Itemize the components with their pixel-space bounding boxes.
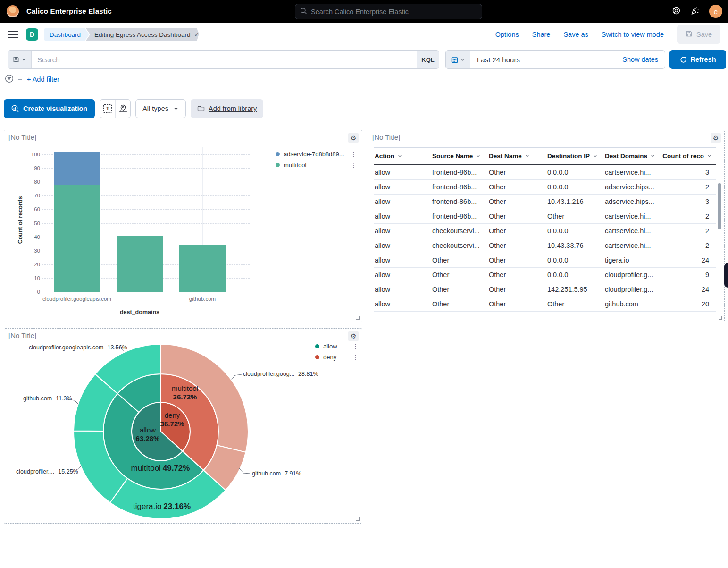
panel-resize-handle[interactable] (356, 316, 360, 320)
column-header-destination-ip[interactable]: Destination IP (546, 148, 604, 165)
add-filter-button[interactable]: + Add filter (27, 76, 59, 83)
y-axis-tick: 80 (25, 179, 40, 185)
save-button[interactable]: Save (677, 25, 720, 44)
table-cell: Other (488, 253, 546, 268)
all-types-select[interactable]: All types (135, 99, 186, 118)
save-as-link[interactable]: Save as (563, 31, 588, 38)
table-cell: adservice.hips... (604, 180, 661, 195)
kql-language-button[interactable]: KQL (417, 51, 439, 68)
options-link[interactable]: Options (495, 31, 519, 38)
time-range-value[interactable]: Last 24 hours (470, 56, 622, 64)
bar-segment-multitool[interactable] (54, 185, 100, 292)
dashboard-grid: [No Title] ⚙ Count of records dest_domai… (0, 130, 728, 536)
search-query-input[interactable] (32, 56, 417, 64)
help-icon[interactable] (672, 6, 681, 17)
pie-legend-item[interactable]: deny⋮ (315, 354, 359, 361)
whats-new-icon[interactable] (690, 6, 700, 17)
bar-segment-multitool[interactable] (117, 236, 163, 292)
bar-legend-item[interactable]: adservice-7d8b8d89...⋮ (276, 151, 357, 158)
table-cell: Other (488, 180, 546, 195)
user-avatar[interactable]: e (709, 5, 722, 18)
table-cell: frontend-86b... (431, 165, 488, 180)
table-cell: 2 (661, 238, 716, 253)
navbar: D Dashboard Editing Egress Access Dashbo… (0, 23, 728, 46)
column-header-source-name[interactable]: Source Name (431, 148, 488, 165)
kql-search-field[interactable]: KQL (8, 50, 439, 69)
legend-item-menu-icon[interactable]: ⋮ (348, 161, 357, 169)
calendar-menu-button[interactable] (446, 51, 470, 68)
legend-label: deny (323, 354, 350, 361)
menu-icon[interactable] (8, 29, 18, 40)
table-cell: checkoutservi... (431, 238, 488, 253)
filter-icon[interactable] (5, 74, 14, 85)
table-row[interactable]: allowOtherOtherOthergithub.com20 (374, 297, 716, 312)
panel-settings-gear-icon[interactable]: ⚙ (711, 133, 721, 143)
table-row[interactable]: allowfrontend-86b...Other0.0.0.0adservic… (374, 180, 716, 195)
breadcrumb-dashboard[interactable]: Dashboard (44, 28, 89, 41)
y-axis-tick: 50 (25, 220, 40, 226)
legend-color-dot (276, 152, 280, 156)
share-link[interactable]: Share (532, 31, 551, 38)
calico-logo (7, 5, 19, 17)
add-text-button[interactable]: T (100, 100, 115, 118)
time-range-picker[interactable]: Last 24 hours Show dates (445, 50, 665, 69)
y-axis-tick: 90 (25, 165, 40, 171)
save-icon (686, 30, 693, 39)
bar-legend-item[interactable]: multitool⋮ (276, 161, 357, 169)
show-dates-button[interactable]: Show dates (622, 56, 665, 63)
chevron-down-icon (173, 106, 179, 111)
label-leader-line (70, 466, 81, 471)
table-cell: checkoutservi... (431, 224, 488, 238)
x-axis-title: dest_domains (120, 309, 159, 315)
column-header-dest-name[interactable]: Dest Name (488, 148, 546, 165)
table-cell: cartservice.hi... (604, 165, 661, 180)
panel-resize-handle[interactable] (356, 517, 360, 521)
table-cell: 24 (661, 282, 716, 297)
panel-resize-handle[interactable] (719, 316, 722, 320)
legend-item-menu-icon[interactable]: ⋮ (350, 343, 359, 350)
table-cell: allow (374, 165, 431, 180)
table-row[interactable]: allowfrontend-86b...Other0.0.0.0cartserv… (374, 165, 716, 180)
table-cell: Other (488, 209, 546, 224)
saved-query-menu-button[interactable] (8, 51, 32, 68)
table-cell: Other (431, 253, 488, 268)
table-row[interactable]: allowfrontend-86b...OtherOthercartservic… (374, 209, 716, 224)
table-row[interactable]: allowOtherOther0.0.0.0tigera.io24 (374, 253, 716, 268)
table-row[interactable]: allowOtherOther0.0.0.0cloudprofiler.g...… (374, 268, 716, 282)
text-icon: T (103, 104, 112, 113)
bar-segment-adservice-7d8b8d89-[interactable] (54, 152, 100, 185)
panel-title: [No Title] (372, 133, 400, 141)
column-header-dest-domains[interactable]: Dest Domains (604, 148, 661, 165)
label-leader-line (239, 468, 250, 474)
breadcrumb-current: Editing Egress Access Dashboard (86, 28, 199, 41)
add-from-library-button[interactable]: Add from library (191, 99, 263, 118)
legend-item-menu-icon[interactable]: ⋮ (350, 354, 359, 361)
table-cell: 0.0.0.0 (546, 268, 604, 282)
legend-color-dot (315, 344, 319, 348)
table-cell: cartservice.hi... (604, 238, 661, 253)
legend-item-menu-icon[interactable]: ⋮ (348, 151, 357, 158)
table-cell: tigera.io (604, 253, 661, 268)
global-search[interactable] (295, 4, 482, 19)
label-leader-line (114, 347, 124, 351)
table-cell: Other (488, 268, 546, 282)
create-visualization-button[interactable]: Create visualization (4, 99, 95, 118)
table-row[interactable]: allowOtherOther142.251.5.95cloudprofiler… (374, 282, 716, 297)
table-row[interactable]: allowfrontend-86b...Other10.43.1.216adse… (374, 195, 716, 209)
table-header-row: ActionSource NameDest NameDestination IP… (374, 148, 716, 165)
refresh-button[interactable]: Refresh (669, 50, 726, 69)
docked-flyout-tab[interactable] (724, 263, 728, 288)
sunburst-legend: allow⋮deny⋮ (315, 343, 359, 361)
table-scrollbar[interactable] (718, 183, 721, 229)
column-header-count-of-reco[interactable]: Count of reco (661, 148, 716, 165)
switch-view-mode-link[interactable]: Switch to view mode (602, 31, 664, 38)
column-header-action[interactable]: Action (374, 148, 431, 165)
app-title: Calico Enterprise Elastic (26, 7, 112, 15)
add-map-button[interactable] (115, 100, 130, 118)
table-row[interactable]: allowcheckoutservi...Other0.0.0.0cartser… (374, 224, 716, 238)
bar-segment-multitool[interactable] (179, 245, 226, 292)
global-search-input[interactable] (311, 8, 477, 16)
table-cell: Other (488, 165, 546, 180)
pie-legend-item[interactable]: allow⋮ (315, 343, 359, 350)
table-row[interactable]: allowcheckoutservi...Other10.43.33.76car… (374, 238, 716, 253)
